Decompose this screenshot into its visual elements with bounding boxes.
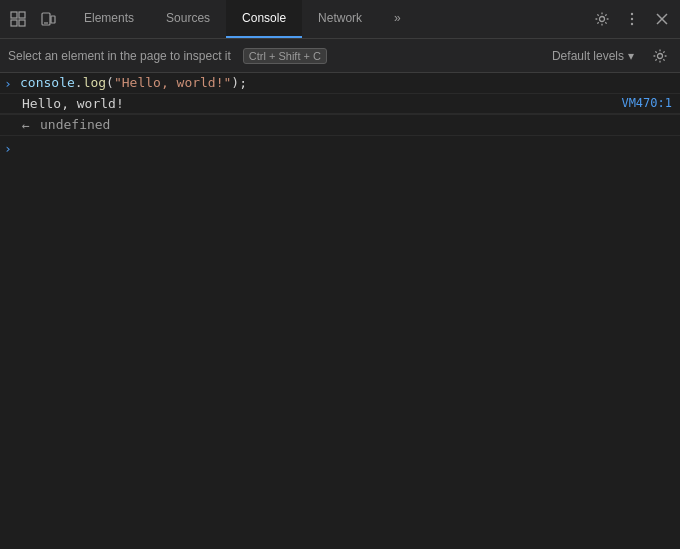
console-settings-button[interactable] (648, 44, 672, 68)
return-chevron: ← (22, 118, 38, 133)
device-mode-button[interactable] (34, 5, 62, 33)
vm-link[interactable]: VM470:1 (621, 96, 672, 110)
tab-right-icons (588, 5, 676, 33)
console-input[interactable] (20, 142, 28, 155)
main-tabs: Elements Sources Console Network » (68, 0, 588, 38)
console-output-line: Hello, world! VM470:1 (0, 94, 680, 114)
console-code: console.log("Hello, world!"); (20, 75, 247, 90)
input-chevron: › (4, 76, 20, 91)
inspect-icon (10, 11, 26, 27)
svg-point-10 (631, 23, 633, 25)
svg-rect-1 (19, 12, 25, 18)
tab-sources[interactable]: Sources (150, 0, 226, 38)
tab-elements[interactable]: Elements (68, 0, 150, 38)
console-prompt[interactable]: › (0, 136, 680, 160)
shortcut-badge: Ctrl + Shift + C (243, 48, 327, 64)
console-toolbar: Select an element in the page to inspect… (0, 39, 680, 73)
gear-icon (594, 11, 610, 27)
device-icon (40, 11, 56, 27)
undefined-text: undefined (40, 117, 110, 132)
close-button[interactable] (648, 5, 676, 33)
tab-bar: Elements Sources Console Network » (0, 0, 680, 39)
svg-rect-0 (11, 12, 17, 18)
close-icon (654, 11, 670, 27)
tab-more[interactable]: » (378, 0, 417, 38)
levels-dropdown[interactable]: Default levels ▾ (546, 46, 640, 66)
svg-rect-5 (51, 16, 55, 23)
console-input-line: › console.log("Hello, world!"); (0, 73, 680, 94)
svg-point-13 (658, 53, 663, 58)
console-output: › console.log("Hello, world!"); Hello, w… (0, 73, 680, 549)
inspect-label: Select an element in the page to inspect… (8, 49, 231, 63)
svg-point-7 (600, 17, 605, 22)
more-vert-icon (624, 11, 640, 27)
inspect-element-button[interactable] (4, 5, 32, 33)
console-undefined-line: ← undefined (0, 114, 680, 136)
console-gear-icon (652, 48, 668, 64)
prompt-chevron: › (4, 141, 20, 156)
output-text: Hello, world! (22, 96, 124, 111)
svg-rect-2 (11, 20, 17, 26)
more-options-button[interactable] (618, 5, 646, 33)
levels-arrow: ▾ (628, 49, 634, 63)
levels-label: Default levels (552, 49, 624, 63)
svg-rect-3 (19, 20, 25, 26)
svg-point-9 (631, 18, 633, 20)
tab-network[interactable]: Network (302, 0, 378, 38)
devtools-icons (4, 5, 62, 33)
svg-point-8 (631, 13, 633, 15)
settings-button[interactable] (588, 5, 616, 33)
tab-console[interactable]: Console (226, 0, 302, 38)
